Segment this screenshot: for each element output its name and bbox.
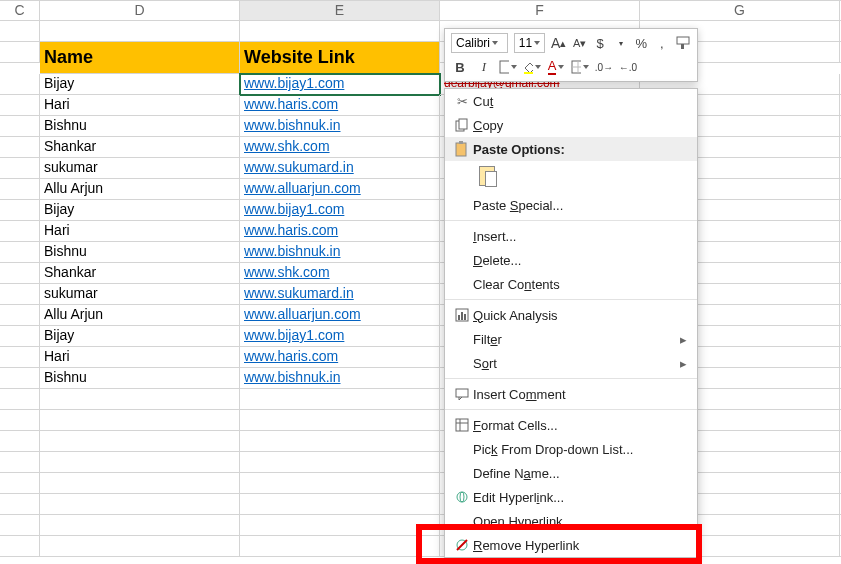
link-cell[interactable]: www.alluarjun.com (240, 305, 440, 326)
edit-hyperlink-item[interactable]: Edit Hyperlink... (445, 485, 697, 509)
hyperlink[interactable]: www.sukumard.in (244, 285, 354, 301)
header-website[interactable]: Website Link (240, 42, 440, 74)
link-cell[interactable]: www.haris.com (240, 347, 440, 368)
col-header-d[interactable]: D (40, 0, 240, 21)
cell[interactable] (0, 347, 40, 368)
hyperlink[interactable]: www.bijay1.com (244, 201, 344, 217)
font-name-select[interactable]: Calibri (451, 33, 508, 53)
hyperlink[interactable]: www.sukumard.in (244, 159, 354, 175)
cell[interactable] (240, 473, 440, 494)
cell[interactable] (240, 410, 440, 431)
header-name[interactable]: Name (40, 42, 240, 74)
link-cell[interactable]: www.bishnuk.in (240, 368, 440, 389)
increase-font-button[interactable]: A▴ (551, 33, 566, 53)
cell[interactable] (240, 431, 440, 452)
name-cell[interactable]: Bijay (40, 74, 240, 95)
currency-style-button[interactable]: $ (593, 33, 608, 53)
cell[interactable] (0, 389, 40, 410)
hyperlink[interactable]: www.bishnuk.in (244, 243, 341, 259)
cell[interactable] (0, 263, 40, 284)
cell[interactable] (40, 473, 240, 494)
col-header-c[interactable]: C (0, 0, 40, 21)
cell[interactable] (0, 95, 40, 116)
cell[interactable] (240, 389, 440, 410)
name-cell[interactable]: Hari (40, 347, 240, 368)
link-cell[interactable]: www.sukumard.in (240, 284, 440, 305)
cell[interactable] (0, 200, 40, 221)
hyperlink[interactable]: www.haris.com (244, 222, 338, 238)
link-cell[interactable]: www.sukumard.in (240, 158, 440, 179)
clear-contents-item[interactable]: Clear Contents (445, 272, 697, 296)
hyperlink[interactable]: www.bijay1.com (244, 327, 344, 343)
cell[interactable] (40, 536, 240, 557)
name-cell[interactable]: sukumar (40, 284, 240, 305)
hyperlink[interactable]: www.bijay1.com (244, 75, 344, 91)
cell[interactable] (240, 515, 440, 536)
delete-item[interactable]: Delete... (445, 248, 697, 272)
name-cell[interactable]: Shankar (40, 137, 240, 158)
decrease-decimal-button[interactable]: ←.0 (619, 57, 637, 77)
bold-button[interactable]: B (451, 57, 469, 77)
cell[interactable] (40, 410, 240, 431)
cell[interactable] (0, 158, 40, 179)
hyperlink[interactable]: www.haris.com (244, 96, 338, 112)
open-hyperlink-item[interactable]: Open Hyperlink (445, 509, 697, 533)
border2-button[interactable] (571, 57, 589, 77)
define-name-item[interactable]: Define Name... (445, 461, 697, 485)
link-cell[interactable]: www.shk.com (240, 137, 440, 158)
name-cell[interactable]: Bishnu (40, 242, 240, 263)
name-cell[interactable]: Bishnu (40, 116, 240, 137)
name-cell[interactable]: Bijay (40, 326, 240, 347)
link-cell[interactable]: www.alluarjun.com (240, 179, 440, 200)
cell[interactable] (40, 494, 240, 515)
border-button[interactable] (499, 57, 517, 77)
cell[interactable] (0, 179, 40, 200)
hyperlink[interactable]: www.alluarjun.com (244, 180, 361, 196)
cell[interactable] (240, 536, 440, 557)
insert-item[interactable]: Insert... (445, 224, 697, 248)
hyperlink[interactable]: www.shk.com (244, 138, 330, 154)
cell[interactable] (0, 326, 40, 347)
format-cells-item[interactable]: Format Cells... (445, 413, 697, 437)
comma-style-button[interactable]: , (655, 33, 670, 53)
cell[interactable] (0, 368, 40, 389)
cell[interactable] (40, 21, 240, 42)
cell[interactable] (40, 515, 240, 536)
cell[interactable] (40, 389, 240, 410)
insert-comment-item[interactable]: Insert Comment (445, 382, 697, 406)
italic-button[interactable]: I (475, 57, 493, 77)
hyperlink[interactable]: www.bishnuk.in (244, 117, 341, 133)
cell[interactable] (0, 42, 40, 63)
hyperlink[interactable]: www.shk.com (244, 264, 330, 280)
filter-item[interactable]: Filter▸ (445, 327, 697, 351)
cell[interactable] (0, 536, 40, 557)
cell[interactable] (0, 515, 40, 536)
name-cell[interactable]: Hari (40, 95, 240, 116)
cell[interactable] (240, 494, 440, 515)
cell[interactable] (0, 74, 40, 95)
cell[interactable] (0, 305, 40, 326)
sort-item[interactable]: Sort▸ (445, 351, 697, 375)
name-cell[interactable]: Shankar (40, 263, 240, 284)
link-cell[interactable]: www.bishnuk.in (240, 242, 440, 263)
quick-analysis-item[interactable]: Quick Analysis (445, 303, 697, 327)
hyperlink[interactable]: www.alluarjun.com (244, 306, 361, 322)
increase-decimal-button[interactable]: .0→ (595, 57, 613, 77)
remove-hyperlink-item[interactable]: Remove Hyperlink (445, 533, 697, 557)
link-cell[interactable]: www.bishnuk.in (240, 116, 440, 137)
spreadsheet-grid[interactable]: C D E F G Name Website Link Bijay www.bi… (0, 0, 841, 557)
cell[interactable] (0, 221, 40, 242)
cell[interactable] (240, 21, 440, 42)
col-header-f[interactable]: F (440, 0, 640, 21)
copy-item[interactable]: Copy (445, 113, 697, 137)
cell[interactable] (0, 21, 40, 42)
cell[interactable] (0, 452, 40, 473)
name-cell[interactable]: Allu Arjun (40, 305, 240, 326)
format-painter-button[interactable] (675, 33, 691, 53)
cell[interactable] (40, 431, 240, 452)
cell[interactable] (0, 284, 40, 305)
link-cell[interactable]: www.bijay1.com (240, 74, 440, 95)
fill-color-button[interactable] (523, 57, 541, 77)
pick-dropdown-item[interactable]: Pick From Drop-down List... (445, 437, 697, 461)
cell[interactable] (0, 242, 40, 263)
